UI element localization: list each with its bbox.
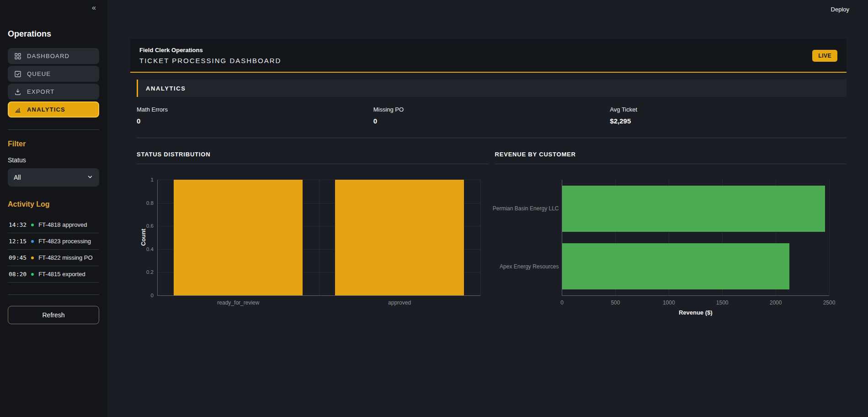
metric-math-errors: Math Errors0 [137,106,373,125]
activity-text: FT-4823 processing [38,238,91,245]
metric-label: Avg Ticket [610,106,847,113]
y-axis-label: Count [140,229,147,246]
sidebar-item-analytics[interactable]: ANALYTICS [8,102,99,118]
y-tick-label: 0.8 [146,200,154,206]
app-root: « Operations DASHBOARDQUEUEEXPORTANALYTI… [0,0,868,417]
download-icon [14,88,21,96]
bar-chart-icon [14,106,21,113]
sidebar-nav: DASHBOARDQUEUEEXPORTANALYTICS [8,48,99,118]
revenue-by-customer-plot: 05001000150020002500Permian Basin Energy… [495,164,847,330]
status-select[interactable]: All [8,168,99,187]
status-dot-icon [31,273,34,276]
chart-title: REVENUE BY CUSTOMER [495,151,847,164]
chart-plot-area: 05001000150020002500Permian Basin Energy… [562,180,830,296]
activity-time: 08:20 [9,271,27,278]
charts-row: STATUS DISTRIBUTION 00.20.40.60.81ready_… [137,151,847,330]
sidebar-item-label: EXPORT [27,88,54,95]
bar-ready_for_review [174,180,303,295]
analytics-section-header: ANALYTICS [137,80,847,97]
activity-time: 09:45 [9,254,27,261]
sidebar-item-label: QUEUE [27,70,51,77]
activity-log-heading: Activity Log [8,200,99,208]
divider [137,138,847,138]
activity-log-row: 08:20FT-4815 exported [8,266,99,283]
x-tick-label: 0 [560,299,564,306]
y-tick-label: 0.4 [146,246,154,252]
activity-log-row: 12:15FT-4823 processing [8,233,99,250]
page-title: TICKET PROCESSING DASHBOARD [139,57,281,64]
x-tick-label: 2500 [823,299,836,306]
header-eyebrow: Field Clerk Operations [139,47,281,53]
sidebar-item-dashboard[interactable]: DASHBOARD [8,48,99,64]
bar-permian-basin-energy-llc [562,186,825,232]
y-tick-label: 0.6 [146,223,154,229]
x-axis-label: Revenue ($) [679,309,713,316]
metric-value: $2,295 [610,117,847,125]
status-dot-icon [31,224,34,226]
activity-text: FT-4822 missing PO [38,254,93,261]
metrics-row: Math Errors0Missing PO0Avg Ticket$2,295 [137,106,847,125]
x-category-label: ready_for_review [217,299,259,306]
main-content: Deploy Field Clerk Operations TICKET PRO… [107,0,868,417]
status-distribution-plot: 00.20.40.60.81ready_for_reviewapprovedCo… [137,164,489,330]
x-tick-label: 500 [611,299,620,306]
grid-icon [14,53,21,60]
refresh-button[interactable]: Refresh [8,306,99,324]
analytics-section-title: ANALYTICS [146,85,186,92]
gridline [829,180,830,295]
y-tick-label: 0 [151,293,154,298]
y-tick-label: 0.2 [146,269,154,275]
live-badge: LIVE [812,50,837,62]
x-tick-label: 1500 [716,299,729,306]
divider [8,294,99,295]
x-tick-label: 1000 [663,299,675,306]
deploy-button[interactable]: Deploy [831,6,849,13]
status-select-value: All [14,174,21,181]
y-tick-label: 1 [151,177,154,182]
header-card: Field Clerk Operations TICKET PROCESSING… [130,39,847,73]
metric-value: 0 [137,117,373,125]
chart-plot-area: 00.20.40.60.81ready_for_reviewapproved [157,180,480,296]
activity-log-row: 09:45FT-4822 missing PO [8,250,99,266]
status-dot-icon [31,257,34,259]
divider [8,129,99,130]
metric-label: Math Errors [137,106,373,113]
sidebar-collapse-icon[interactable]: « [92,4,96,12]
metric-label: Missing PO [373,106,610,113]
header-texts: Field Clerk Operations TICKET PROCESSING… [139,47,281,64]
activity-log-row: 14:32FT-4818 approved [8,217,99,233]
gridline [480,180,481,295]
x-tick-label: 2000 [770,299,782,306]
sidebar-item-queue[interactable]: QUEUE [8,66,99,82]
check-square-icon [14,70,21,78]
activity-text: FT-4818 approved [38,221,87,228]
bar-apex-energy-resources [562,243,790,289]
metric-missing-po: Missing PO0 [373,106,610,125]
sidebar-item-label: DASHBOARD [27,53,69,59]
activity-time: 14:32 [9,221,27,228]
activity-log: 14:32FT-4818 approved12:15FT-4823 proces… [8,217,99,283]
activity-time: 12:15 [9,238,27,245]
bar-approved [335,180,464,295]
sidebar-title: Operations [8,29,99,39]
filter-heading: Filter [8,140,99,148]
y-category-label: Permian Basin Energy LLC [493,205,559,212]
x-category-label: approved [388,299,411,306]
chevron-down-icon [87,174,93,182]
sidebar-item-export[interactable]: EXPORT [8,84,99,100]
y-category-label: Apex Energy Resources [500,263,559,270]
sidebar: « Operations DASHBOARDQUEUEEXPORTANALYTI… [0,0,107,417]
revenue-by-customer-chart: REVENUE BY CUSTOMER 05001000150020002500… [495,151,847,330]
status-label: Status [8,156,99,164]
gridline [319,180,320,295]
metric-avg-ticket: Avg Ticket$2,295 [610,106,847,125]
metric-value: 0 [373,117,610,125]
content-inner: ANALYTICS Math Errors0Missing PO0Avg Tic… [137,80,847,330]
status-dot-icon [31,240,34,243]
activity-text: FT-4815 exported [38,271,85,278]
chart-title: STATUS DISTRIBUTION [137,151,489,164]
sidebar-item-label: ANALYTICS [27,106,65,113]
status-distribution-chart: STATUS DISTRIBUTION 00.20.40.60.81ready_… [137,151,489,330]
